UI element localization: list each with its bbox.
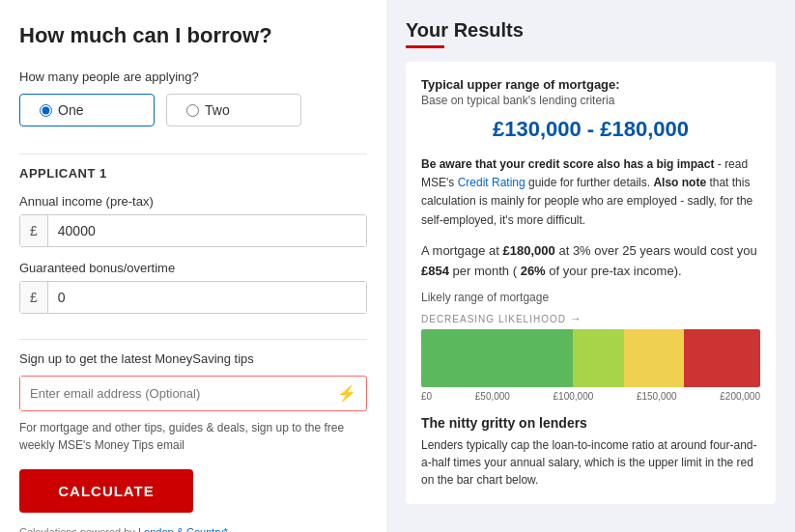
calculate-button[interactable]: CALCULATE [19,469,193,513]
bar-chart [421,329,760,387]
bonus-label: Guaranteed bonus/overtime [19,261,367,275]
notice-text: Be aware that your credit score also has… [421,155,760,230]
bar-yellow-green [573,329,623,387]
email-icon: ⚡ [327,377,366,410]
annual-income-wrapper: £ [19,214,367,247]
powered-link[interactable]: London & Country* [138,526,228,532]
x-label-1: £50,000 [475,391,510,402]
bonus-currency-symbol: £ [20,282,48,313]
radio-option-two[interactable]: Two [166,94,301,126]
monthly-mid: at 3% over 25 years would cost you [558,243,756,258]
radio-one-label: One [58,102,83,118]
notice-bold-2: Also note [653,176,706,189]
x-axis: £0 £50,000 £100,000 £150,000 £200,000 [421,391,760,402]
typical-label: Typical upper range of mortgage: [421,77,760,92]
results-title: Your Results [406,19,776,42]
bonus-input[interactable] [48,282,366,313]
divider-2 [19,339,367,340]
radio-group-people: One Two [19,94,367,126]
currency-symbol: £ [20,215,48,246]
powered-by: Calculations powered by London & Country… [19,526,367,532]
annual-income-label: Annual income (pre-tax) [19,194,367,209]
radio-one[interactable] [40,104,52,117]
likely-label: Likely range of mortgage [421,291,760,304]
applicant-label: APPLICANT 1 [19,166,367,181]
annual-income-input[interactable] [48,215,366,246]
chart-header: DECREASING LIKELIHOOD → [421,312,760,325]
bonus-wrapper: £ [19,281,367,314]
right-panel: Your Results Typical upper range of mort… [386,0,795,532]
signup-label: Sign up to get the latest MoneySaving ti… [19,351,367,366]
bar-green [421,329,573,387]
results-underline [406,45,444,48]
divider-1 [19,154,367,154]
chart-header-text: DECREASING LIKELIHOOD [421,314,566,324]
nitty-title: The nitty gritty on lenders [421,415,760,431]
x-label-3: £150,000 [637,391,677,402]
left-panel: How much can I borrow? How many people a… [0,0,386,532]
monthly-per: per month ( [453,264,517,278]
notice-after-link: guide for further details. [528,176,653,189]
chart-arrow-icon: → [570,312,582,325]
nitty-text: Lenders typically cap the loan-to-income… [421,436,760,489]
monthly-payment: £854 [421,264,449,278]
bar-red [684,329,760,387]
page-title: How much can I borrow? [19,23,367,48]
notice-bold-1: Be aware that your credit score also has… [421,157,714,171]
x-label-2: £100,000 [554,391,594,402]
monthly-percent: 26% [521,264,546,278]
email-wrapper: ⚡ [19,376,367,411]
monthly-text: A mortgage at £180,000 at 3% over 25 yea… [421,241,760,282]
powered-text: Calculations powered by [19,526,138,532]
email-input[interactable] [20,377,327,410]
radio-two-label: Two [205,102,230,118]
chart-area: DECREASING LIKELIHOOD → £0 £50,000 £100,… [421,312,760,402]
monthly-amount: £180,000 [503,243,555,258]
applying-question: How many people are applying? [19,70,367,84]
radio-option-one[interactable]: One [19,94,155,126]
radio-two[interactable] [186,104,199,117]
credit-rating-link[interactable]: Credit Rating [458,176,525,189]
x-label-0: £0 [421,391,432,402]
monthly-end: of your pre-tax income). [549,264,681,278]
results-card: Typical upper range of mortgage: Base on… [406,62,776,504]
x-label-4: £200,000 [720,391,760,402]
hint-text: For mortgage and other tips, guides & de… [19,419,367,454]
monthly-intro: A mortgage at [421,243,503,258]
bar-yellow [624,329,685,387]
mortgage-range: £130,000 - £180,000 [421,117,760,142]
typical-sub: Base on typical bank's lending criteria [421,94,760,107]
